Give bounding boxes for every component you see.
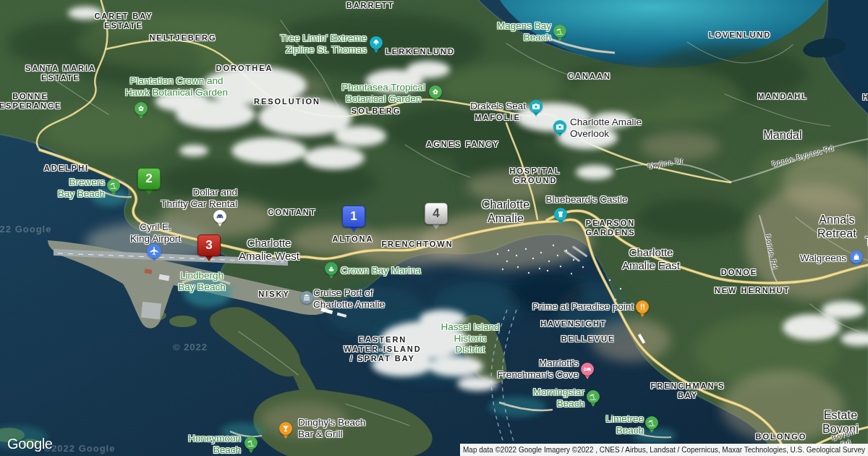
camera-icon xyxy=(529,100,542,113)
marker-number: 1 xyxy=(342,206,365,227)
cocktail-icon xyxy=(279,422,292,435)
google-logo[interactable]: Google xyxy=(7,436,53,452)
beach-icon xyxy=(107,179,120,192)
bed-icon xyxy=(581,363,594,376)
beach-icon xyxy=(587,390,600,403)
map-canvas[interactable]: CARET BAY ESTATENELTJEBERGBARRETTLERKENL… xyxy=(0,0,868,456)
marker-number: 2 xyxy=(137,168,161,190)
beach-icon xyxy=(244,436,258,449)
car-icon xyxy=(213,210,226,223)
marker-number: 4 xyxy=(425,203,448,224)
camera-icon xyxy=(553,120,566,133)
museum-icon xyxy=(300,291,313,304)
flower-icon xyxy=(135,102,148,115)
flower-icon xyxy=(429,85,442,98)
markers-layer: 1234 xyxy=(0,0,868,456)
map-attribution: Map data ©2022 Google Imagery ©2022 , CN… xyxy=(460,444,868,456)
tree-icon xyxy=(370,36,383,49)
beach-icon xyxy=(553,25,566,38)
bag-icon xyxy=(850,250,863,263)
beach-icon xyxy=(645,416,658,429)
restaurant-icon xyxy=(636,300,649,313)
castle-icon xyxy=(554,208,567,221)
ship-icon xyxy=(325,262,338,275)
plane-icon xyxy=(147,244,161,258)
marker-number: 3 xyxy=(197,235,221,256)
